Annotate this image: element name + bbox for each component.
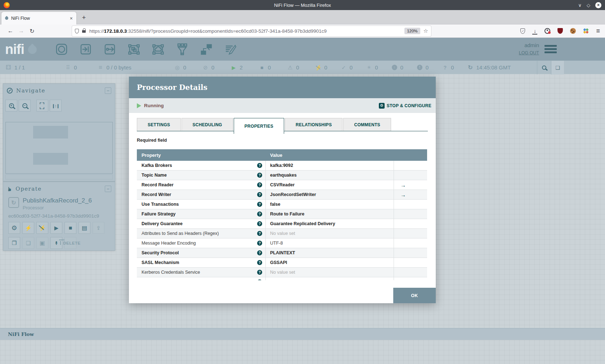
input-port-icon[interactable] (79, 42, 93, 56)
help-icon[interactable] (257, 250, 262, 255)
dialog-tab[interactable]: SCHEDULING (182, 118, 233, 131)
nifi-canvas[interactable]: nifi admin LOG OUT (0, 38, 605, 364)
operate-button[interactable] (36, 222, 48, 234)
operate-button[interactable] (22, 237, 34, 249)
url-text[interactable]: https://172.18.0.3:32558/nifi/?processGr… (89, 28, 401, 34)
help-icon[interactable] (257, 202, 262, 207)
lock-icon[interactable] (82, 30, 86, 33)
label-icon[interactable] (223, 42, 238, 56)
collapse-navigate-button[interactable] (105, 87, 111, 94)
help-icon[interactable] (257, 241, 262, 246)
window-close-button[interactable]: × (595, 2, 601, 8)
operate-button[interactable]: DELETE (64, 237, 76, 249)
nifi-statusbar: 1 / 1 0 0 / 0 bytes 0 0 2 0 0 0 (0, 60, 605, 74)
help-icon[interactable] (257, 163, 262, 168)
value-column-header: Value (265, 153, 282, 158)
help-icon[interactable] (257, 182, 262, 187)
url-path: :32558/nifi/?processGroupId=root&compone… (127, 28, 327, 34)
component-toolbar (54, 42, 238, 56)
account-avatar-icon[interactable] (544, 28, 550, 34)
url-bar[interactable]: https://172.18.0.3:32558/nifi/?processGr… (72, 26, 431, 36)
window-minimize-button[interactable]: ∨ (578, 3, 582, 8)
refresh-icon[interactable] (467, 64, 474, 71)
ublock-extension-icon[interactable] (557, 28, 563, 34)
stop-and-configure-button[interactable]: STOP & CONFIGURE (379, 103, 431, 109)
property-value: CSVReader (265, 180, 394, 190)
status-item: 0 / 0 bytes (97, 64, 131, 71)
funnel-icon[interactable] (175, 42, 189, 56)
operate-button[interactable] (8, 237, 20, 249)
downloads-icon[interactable]: ↓ (532, 28, 537, 34)
collapse-operate-button[interactable] (105, 186, 111, 192)
help-icon[interactable] (257, 231, 262, 236)
global-menu-icon[interactable] (544, 45, 557, 53)
property-row: Record Writer JsonRecordSetWriter (137, 190, 427, 200)
ok-button[interactable]: OK (393, 288, 436, 303)
operate-button[interactable] (93, 222, 104, 234)
operate-button[interactable] (22, 222, 34, 234)
property-row: Failure Strategy Route to Failure (137, 209, 427, 219)
help-icon[interactable] (257, 260, 262, 265)
search-button[interactable] (537, 65, 551, 70)
cookie-extension-icon[interactable] (570, 28, 576, 34)
remote-process-group-icon[interactable] (151, 42, 165, 56)
property-name: SASL Mechanism (142, 260, 179, 265)
breadcrumb[interactable]: NiFi Flow (8, 331, 34, 337)
help-icon[interactable] (257, 279, 262, 280)
window-maximize-button[interactable]: ◇ (587, 3, 590, 8)
browser-tab[interactable]: NiFi Flow × (1, 12, 76, 24)
operate-button[interactable] (50, 222, 62, 234)
counts-icon (64, 64, 71, 71)
property-value: No value set (265, 268, 394, 277)
nifi-drop-icon (26, 44, 39, 56)
properties-table: Property Value Kafka Brokers kafka:9092 (137, 149, 427, 280)
pocket-shield-icon[interactable]: ✓ (520, 28, 525, 34)
dialog-tab[interactable]: SETTINGS (137, 118, 181, 131)
back-button[interactable]: ← (5, 28, 16, 34)
upload-template-icon (96, 225, 101, 231)
dialog-body: SETTINGS SCHEDULING PROPERTIES RELATIONS… (129, 113, 436, 303)
dialog-tab[interactable]: RELATIONSHIPS (285, 118, 342, 131)
operate-button[interactable] (8, 222, 20, 234)
status-item: 0 (340, 64, 353, 71)
operate-button[interactable] (79, 222, 90, 234)
extension-icon[interactable] (583, 28, 589, 34)
help-icon[interactable] (257, 270, 262, 275)
dialog-tab[interactable]: PROPERTIES (234, 118, 284, 134)
goto-service-icon[interactable] (400, 182, 406, 188)
status-item: 0 (442, 64, 454, 71)
dialog-tab[interactable]: COMMENTS (343, 118, 391, 131)
template-icon[interactable] (199, 42, 214, 56)
help-icon[interactable] (257, 221, 262, 226)
run-status-text: Running (144, 103, 164, 108)
bulletin-panel-toggle[interactable] (551, 61, 564, 74)
navigate-button[interactable] (19, 100, 31, 112)
help-icon[interactable] (257, 192, 262, 197)
processor-icon[interactable] (54, 42, 69, 56)
tab-close-icon[interactable]: × (70, 15, 73, 21)
process-group-icon[interactable] (127, 42, 141, 56)
navigate-button[interactable] (5, 100, 17, 112)
operate-button[interactable] (36, 237, 48, 249)
operate-button[interactable] (64, 222, 76, 234)
selected-component-id: ec60cd03-52f7-341a-8458-97b3dd9901c9 (3, 210, 115, 219)
help-icon[interactable] (257, 173, 262, 178)
bookmark-star-icon[interactable]: ☆ (424, 28, 428, 34)
zoom-level-badge[interactable]: 120% (404, 28, 420, 34)
help-icon[interactable] (257, 211, 262, 217)
reload-button[interactable]: ↻ (27, 28, 37, 35)
logout-link[interactable]: LOG OUT (519, 50, 539, 55)
navigate-button[interactable] (50, 100, 62, 112)
new-tab-button[interactable]: + (79, 13, 89, 22)
birdseye-minimap[interactable] (5, 122, 113, 174)
browser-menu-icon[interactable]: ≡ (596, 27, 600, 35)
goto-service-icon[interactable] (400, 192, 406, 198)
navigate-button[interactable] (36, 100, 48, 112)
output-port-icon[interactable] (103, 42, 117, 56)
nifi-favicon-icon (4, 16, 9, 21)
tracking-protection-icon[interactable] (75, 29, 79, 33)
firefox-logo-icon (4, 2, 10, 8)
locally-modified-icon (366, 64, 372, 71)
forward-button[interactable]: → (16, 28, 27, 34)
cluster-icon (5, 64, 12, 71)
